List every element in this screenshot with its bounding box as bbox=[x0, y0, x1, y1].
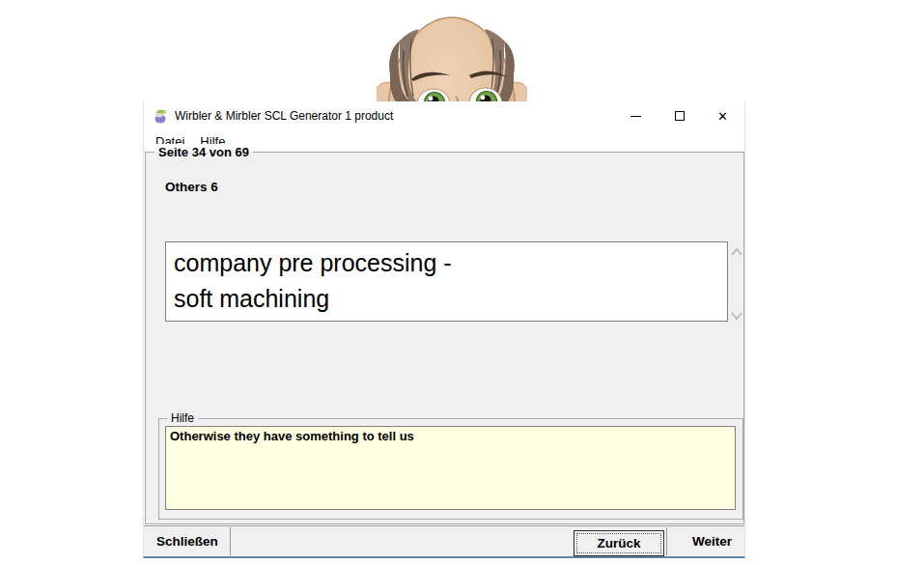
app-icon[interactable] bbox=[153, 108, 168, 124]
schliessen-button[interactable]: Schließen bbox=[156, 526, 218, 556]
app-window: Wirbler & Mirbler SCL Generator 1 produc… bbox=[143, 101, 745, 558]
window-title: Wirbler & Mirbler SCL Generator 1 produc… bbox=[175, 109, 393, 123]
desktop: Wirbler & Mirbler SCL Generator 1 produc… bbox=[0, 0, 924, 565]
button-bar-separator bbox=[666, 527, 667, 555]
cartoon-shoes-image bbox=[409, 558, 506, 565]
bald-head-illustration bbox=[377, 8, 527, 102]
button-bar-separator bbox=[230, 527, 231, 555]
content-textbox[interactable]: company pre processing - soft machining bbox=[165, 241, 728, 322]
zurueck-button[interactable]: Zurück bbox=[574, 530, 664, 556]
scroll-up-icon[interactable] bbox=[729, 245, 744, 259]
minimize-button[interactable] bbox=[614, 101, 658, 130]
page-groupbox: Seite 34 von 69 Others 6 company pre pro… bbox=[145, 152, 744, 524]
close-button[interactable]: ✕ bbox=[701, 101, 744, 130]
page-groupbox-legend: Seite 34 von 69 bbox=[154, 144, 253, 160]
help-text-area[interactable]: Otherwise they have something to tell us bbox=[165, 426, 736, 510]
window-controls: ✕ bbox=[614, 101, 744, 130]
help-groupbox: Hilfe Otherwise they have something to t… bbox=[158, 418, 743, 520]
close-icon: ✕ bbox=[717, 110, 728, 123]
title-bar[interactable]: Wirbler & Mirbler SCL Generator 1 produc… bbox=[144, 101, 744, 130]
scroll-down-icon[interactable] bbox=[729, 309, 744, 323]
weiter-button[interactable]: Weiter bbox=[692, 526, 732, 556]
help-groupbox-legend: Hilfe bbox=[167, 411, 198, 426]
cartoon-head-image bbox=[377, 8, 527, 102]
maximize-button[interactable] bbox=[658, 101, 701, 130]
section-label: Others 6 bbox=[165, 180, 218, 194]
button-bar: Schließen Zurück Weiter bbox=[144, 525, 744, 556]
maximize-icon bbox=[675, 111, 685, 121]
focus-rectangle bbox=[576, 533, 661, 553]
minimize-icon bbox=[630, 116, 641, 117]
